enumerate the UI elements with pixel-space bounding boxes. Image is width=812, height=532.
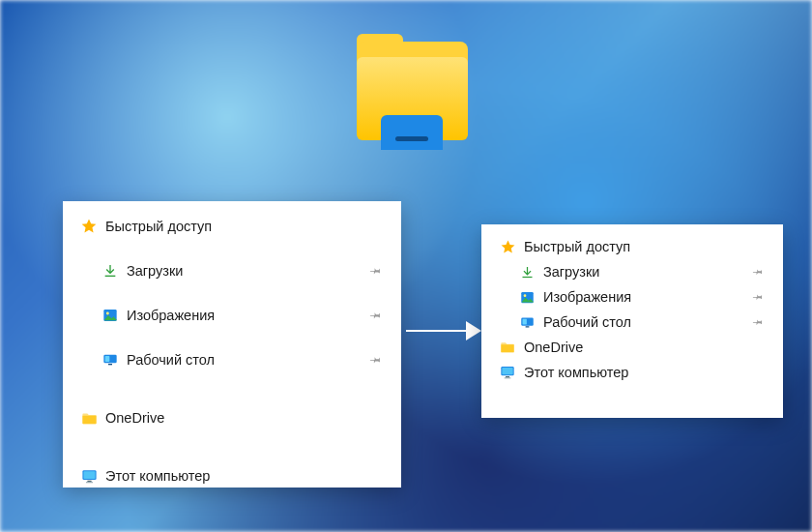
sidebar-item-desktop[interactable]: Рабочий стол xyxy=(72,344,392,375)
svg-point-12 xyxy=(523,294,526,297)
pictures-icon xyxy=(518,288,536,306)
sidebar-item-this-pc[interactable]: Этот компьютер xyxy=(72,460,392,491)
nav-pane-compact: Быстрый доступ Загрузки Изображения xyxy=(481,224,783,418)
sidebar-item-onedrive[interactable]: OneDrive xyxy=(491,335,773,360)
sidebar-item-label: Загрузки xyxy=(127,263,183,279)
pin-icon xyxy=(751,264,767,280)
sidebar-item-this-pc[interactable]: Этот компьютер xyxy=(491,360,773,385)
download-icon xyxy=(102,262,119,280)
quick-access-header[interactable]: Быстрый доступ xyxy=(72,211,392,242)
arrow-icon xyxy=(406,319,481,342)
pin-icon xyxy=(368,308,385,324)
quick-access-label: Быстрый доступ xyxy=(105,219,212,234)
sidebar-item-downloads[interactable]: Загрузки xyxy=(72,255,392,286)
pin-icon xyxy=(368,263,385,280)
sidebar-item-label: Рабочий стол xyxy=(543,314,631,330)
sidebar-item-label: Загрузки xyxy=(543,264,599,280)
svg-rect-18 xyxy=(506,376,509,377)
sidebar-item-label: Рабочий стол xyxy=(127,352,215,368)
sidebar-item-pictures[interactable]: Изображения xyxy=(491,284,773,310)
folder-icon xyxy=(80,409,98,427)
sidebar-item-pictures[interactable]: Изображения xyxy=(72,300,392,331)
sidebar-item-label: Изображения xyxy=(543,289,631,305)
svg-rect-0 xyxy=(105,276,116,277)
sidebar-item-onedrive[interactable]: OneDrive xyxy=(72,402,392,433)
sidebar-item-label: Этот компьютер xyxy=(105,468,210,484)
pin-icon xyxy=(751,289,767,305)
quick-access-label: Быстрый доступ xyxy=(524,239,630,254)
svg-rect-19 xyxy=(505,377,511,378)
sidebar-item-label: Этот компьютер xyxy=(524,365,628,380)
desktop-icon xyxy=(518,313,536,331)
svg-rect-8 xyxy=(87,480,91,481)
svg-rect-10 xyxy=(522,276,532,277)
svg-rect-7 xyxy=(83,471,95,479)
desktop-icon xyxy=(102,351,119,369)
sidebar-item-desktop[interactable]: Рабочий стол xyxy=(491,310,773,335)
svg-rect-4 xyxy=(105,356,110,362)
svg-rect-14 xyxy=(522,318,526,324)
star-icon xyxy=(80,218,98,235)
sidebar-item-label: Изображения xyxy=(127,308,215,323)
svg-rect-15 xyxy=(525,326,529,327)
svg-rect-5 xyxy=(108,364,112,365)
sidebar-item-label: OneDrive xyxy=(524,340,583,355)
folder-icon xyxy=(499,339,516,356)
svg-rect-17 xyxy=(502,368,512,374)
monitor-icon xyxy=(80,467,98,485)
nav-pane-spacious: Быстрый доступ Загрузки Изображения xyxy=(63,201,401,488)
quick-access-header[interactable]: Быстрый доступ xyxy=(491,234,773,259)
star-icon xyxy=(499,238,516,255)
pin-icon xyxy=(368,352,385,369)
download-icon xyxy=(518,263,536,281)
svg-rect-9 xyxy=(85,482,92,483)
file-explorer-icon xyxy=(347,34,482,164)
sidebar-item-downloads[interactable]: Загрузки xyxy=(491,259,773,284)
svg-point-2 xyxy=(106,312,109,315)
pictures-icon xyxy=(102,307,119,324)
pin-icon xyxy=(751,314,767,330)
sidebar-item-label: OneDrive xyxy=(105,410,164,426)
monitor-icon xyxy=(499,364,516,381)
